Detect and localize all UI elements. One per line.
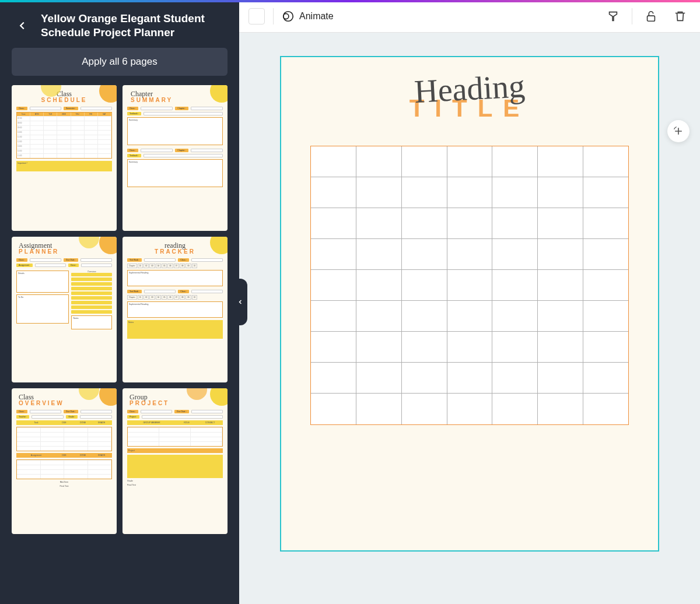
template-page-6[interactable]: Group PROJECT Class :Due Date : Project … bbox=[123, 388, 228, 534]
animate-label: Animate bbox=[299, 11, 334, 22]
animate-icon bbox=[282, 10, 295, 23]
template-page-2[interactable]: Chapter SUMMARY Class :Chapter : Textboo… bbox=[123, 85, 228, 231]
animate-button[interactable]: Animate bbox=[282, 10, 334, 23]
add-page-button[interactable] bbox=[667, 120, 690, 142]
top-toolbar: Animate bbox=[239, 0, 700, 33]
lock-button[interactable] bbox=[640, 6, 662, 27]
svg-point-0 bbox=[284, 11, 293, 21]
canvas-grid[interactable] bbox=[310, 146, 629, 425]
back-button[interactable] bbox=[12, 15, 33, 36]
template-page-4[interactable]: reading TRACKER Text Book :Class : Chapt… bbox=[123, 237, 228, 382]
main-area: Animate Heading TITLE bbox=[239, 0, 700, 604]
template-sidebar: Yellow Orange Elegant Student Schedule P… bbox=[0, 0, 239, 604]
collapse-sidebar-handle[interactable] bbox=[233, 279, 247, 325]
canvas-area[interactable]: Heading TITLE bbox=[239, 33, 700, 604]
toolbar-divider bbox=[273, 8, 274, 24]
style-button[interactable] bbox=[603, 6, 624, 27]
svg-rect-2 bbox=[648, 16, 655, 21]
apply-all-pages-button[interactable]: Apply all 6 pages bbox=[12, 48, 228, 76]
template-page-5[interactable]: Class OVERVIEW Class :Due Date : Teacher… bbox=[12, 388, 117, 534]
template-title: Yellow Orange Elegant Student Schedule P… bbox=[41, 12, 228, 40]
color-picker-button[interactable] bbox=[249, 8, 265, 24]
svg-point-1 bbox=[284, 13, 289, 19]
toolbar-divider bbox=[632, 8, 632, 24]
template-page-1[interactable]: Class SCHEDULE Class :Semester : TimeMON… bbox=[12, 85, 117, 231]
template-pages-grid: Class SCHEDULE Class :Semester : TimeMON… bbox=[12, 85, 228, 534]
template-page-3[interactable]: Assignment PLANNER Class :Due Date : Ass… bbox=[12, 237, 117, 382]
canvas-page[interactable]: Heading TITLE bbox=[280, 56, 659, 552]
delete-button[interactable] bbox=[670, 6, 691, 27]
